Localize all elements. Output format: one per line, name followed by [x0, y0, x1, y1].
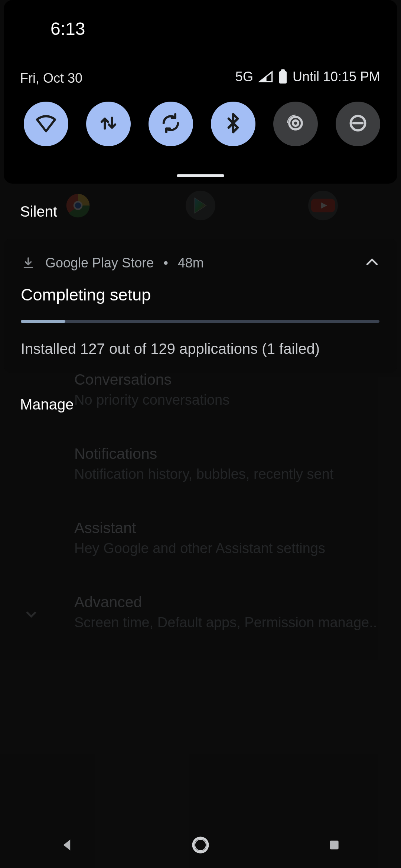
qs-tile-dnd[interactable] — [336, 102, 380, 146]
qs-tile-cast[interactable] — [273, 102, 318, 146]
separator-dot: • — [163, 255, 168, 271]
data-arrows-icon — [98, 112, 119, 135]
battery-icon — [278, 69, 287, 84]
qs-tile-wifi[interactable] — [24, 102, 68, 146]
battery-until: Until 10:15 PM — [293, 69, 380, 85]
notification-header: Google Play Store • 48m — [21, 254, 380, 272]
notification-title: Completing setup — [21, 285, 380, 305]
bluetooth-icon — [222, 112, 244, 135]
network-label: 5G — [235, 69, 253, 85]
quick-settings-panel: 6:13 Fri, Oct 30 5G Until 10:15 PM — [4, 0, 397, 184]
svg-rect-14 — [330, 841, 338, 849]
navigation-bar — [0, 829, 401, 863]
qs-tile-auto-rotate[interactable] — [149, 102, 193, 146]
qs-expand-handle[interactable] — [177, 174, 224, 177]
qs-tile-bluetooth[interactable] — [211, 102, 255, 146]
status-right: 5G Until 10:15 PM — [235, 69, 380, 85]
home-icon — [191, 835, 210, 856]
svg-point-7 — [293, 121, 299, 126]
qs-tiles — [24, 102, 380, 146]
chevron-up-icon — [364, 265, 380, 272]
notification-body: Installed 127 out of 129 applications (1… — [21, 341, 380, 357]
dnd-icon — [347, 112, 369, 135]
nav-back-button[interactable] — [48, 835, 85, 857]
notification-app: Google Play Store — [45, 255, 154, 271]
svg-rect-6 — [281, 69, 285, 71]
recents-icon — [327, 838, 342, 854]
nav-recents-button[interactable] — [316, 835, 353, 857]
collapse-toggle[interactable] — [364, 254, 380, 272]
wifi-icon — [35, 112, 57, 135]
notification-progress — [21, 320, 379, 323]
auto-rotate-icon — [160, 112, 182, 135]
status-date: Fri, Oct 30 — [20, 70, 82, 86]
cast-icon — [285, 112, 306, 135]
status-clock: 6:13 — [50, 19, 85, 39]
shade-manage-button[interactable]: Manage — [20, 396, 74, 413]
svg-point-13 — [195, 839, 206, 851]
svg-point-12 — [193, 838, 208, 852]
notification-age: 48m — [178, 255, 204, 271]
download-icon — [21, 256, 36, 270]
svg-point-8 — [289, 117, 302, 129]
shade-section-silent: Silent — [20, 203, 57, 220]
notification-card[interactable]: Google Play Store • 48m Completing setup… — [4, 239, 397, 373]
cell-signal-icon — [258, 70, 273, 83]
notification-progress-fill — [21, 320, 65, 323]
svg-rect-5 — [279, 71, 287, 83]
nav-home-button[interactable] — [182, 835, 219, 857]
qs-tile-mobile-data[interactable] — [86, 102, 131, 146]
back-icon — [59, 837, 75, 855]
